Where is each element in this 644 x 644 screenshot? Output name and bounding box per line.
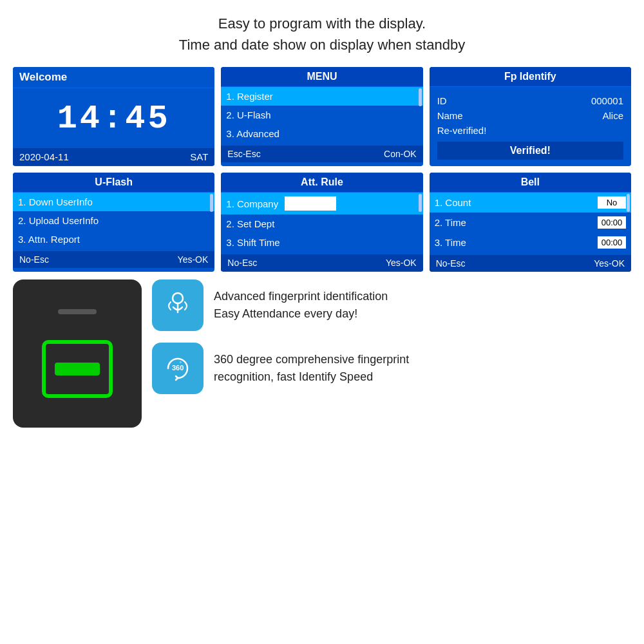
device-top-bar: [58, 309, 97, 314]
menu-title: MENU: [221, 67, 422, 87]
bell-footer: No-Esc Yes-OK: [430, 255, 631, 272]
fp-name-label: Name: [437, 110, 463, 121]
menu-item-3[interactable]: 3. Advanced: [221, 124, 422, 143]
svg-point-0: [173, 293, 183, 303]
feature-row-2: 360 ° 360 degree comprehensive fingerpri…: [152, 343, 631, 394]
fp-body: ID 000001 Name Alice Re-verified! Verifi…: [430, 87, 631, 166]
device-fp-inner: [55, 363, 100, 375]
uflash-esc[interactable]: No-Esc: [19, 254, 49, 265]
page-wrapper: Easy to program with the display. Time a…: [0, 0, 644, 644]
time-display: 14:45: [19, 93, 208, 143]
device-fp-ring: [42, 340, 113, 398]
360-rotate-icon: 360 °: [162, 352, 194, 384]
header-line2: Time and date show on display when stand…: [13, 34, 631, 55]
bell-item-3[interactable]: 3. Time 00:00: [430, 232, 631, 252]
feature-1-line2: Easy Attendance every day!: [214, 305, 388, 323]
att-item-2[interactable]: 2. Set Dept: [221, 214, 422, 233]
feature-2-line1: 360 degree comprehensive fingerprint: [214, 351, 409, 368]
att-ok[interactable]: Yes-OK: [386, 258, 417, 268]
menu-item-2[interactable]: 2. U-Flash: [221, 106, 422, 124]
svg-text:360: 360: [172, 364, 184, 372]
welcome-screen: Welcome 14:45 2020-04-11 SAT: [13, 67, 214, 166]
bell-item-3-label: 3. Time: [435, 237, 466, 248]
att-title: Att. Rule: [221, 173, 422, 193]
bell-item-1-label: 1. Count: [435, 197, 471, 208]
feature-text-2: 360 degree comprehensive fingerprint rec…: [214, 351, 409, 386]
menu-item-1[interactable]: 1. Register: [221, 87, 422, 106]
day-value: SAT: [190, 151, 208, 162]
att-body: 1. Company 2. Set Dept 3. Shift Time No-…: [221, 193, 422, 271]
uflash-item-3[interactable]: 3. Attn. Report: [13, 230, 214, 249]
uflash-item-1[interactable]: 1. Down UserInfo: [13, 193, 214, 211]
date-value: 2020-04-11: [19, 151, 69, 162]
bell-item-2[interactable]: 2. Time 00:00: [430, 213, 631, 232]
menu-body: 1. Register 2. U-Flash 3. Advanced Esc-E…: [221, 87, 422, 162]
att-item-1-label: 1. Company: [226, 198, 278, 209]
feature-2-line2: recognition, fast Identify Speed: [214, 368, 409, 386]
fp-re-verified: Re-verified!: [437, 123, 623, 138]
bell-body: 1. Count No 2. Time 00:00 3. Time 00:00 …: [430, 193, 631, 272]
uflash-ok[interactable]: Yes-OK: [178, 254, 209, 265]
uflash-item-2[interactable]: 2. Upload UserInfo: [13, 211, 214, 230]
feature-row-1: Advanced fingerprint identification Easy…: [152, 279, 631, 331]
menu-screen: MENU 1. Register 2. U-Flash 3. Advanced …: [221, 67, 422, 166]
att-screen: Att. Rule 1. Company 2. Set Dept 3. Shif…: [221, 173, 422, 272]
header-text: Easy to program with the display. Time a…: [13, 13, 631, 55]
uflash-title: U-Flash: [13, 173, 214, 193]
header-line1: Easy to program with the display.: [13, 13, 631, 34]
att-item-3[interactable]: 3. Shift Time: [221, 233, 422, 252]
fp-id-row: ID 000001: [437, 93, 623, 108]
menu-esc[interactable]: Esc-Esc: [227, 149, 260, 159]
menu-ok[interactable]: Con-OK: [384, 149, 417, 159]
fp-id-value: 000001: [591, 95, 623, 106]
menu-footer: Esc-Esc Con-OK: [221, 146, 422, 162]
bell-time-1-value[interactable]: 00:00: [598, 216, 626, 229]
bell-screen: Bell 1. Count No 2. Time 00:00 3. Time 0…: [430, 173, 631, 272]
bell-time-2-value[interactable]: 00:00: [598, 236, 626, 249]
feature-1-line1: Advanced fingerprint identification: [214, 288, 388, 305]
screens-grid: Welcome 14:45 2020-04-11 SAT MENU 1. Reg…: [13, 67, 631, 272]
finger-touch-icon-box: [152, 279, 204, 331]
att-company-input[interactable]: [285, 196, 336, 211]
att-item-1[interactable]: 1. Company: [221, 193, 422, 214]
svg-text:°: °: [180, 361, 182, 366]
uflash-screen: U-Flash 1. Down UserInfo 2. Upload UserI…: [13, 173, 214, 272]
finger-touch-icon: [162, 289, 194, 321]
bottom-section: Advanced fingerprint identification Easy…: [13, 279, 631, 428]
att-scrollbar: [419, 194, 422, 212]
uflash-scrollbar: [210, 194, 213, 212]
menu-scrollbar: [419, 88, 422, 106]
uflash-body: 1. Down UserInfo 2. Upload UserInfo 3. A…: [13, 193, 214, 268]
fp-id-label: ID: [437, 95, 447, 106]
welcome-title: Welcome: [13, 67, 214, 88]
fp-name-row: Name Alice: [437, 108, 623, 123]
feature-text-1: Advanced fingerprint identification Easy…: [214, 288, 388, 323]
360-icon-box: 360 °: [152, 343, 204, 394]
bell-item-2-label: 2. Time: [435, 217, 466, 228]
att-esc[interactable]: No-Esc: [227, 258, 257, 268]
bell-title: Bell: [430, 173, 631, 193]
att-footer: No-Esc Yes-OK: [221, 254, 422, 271]
bell-count-value[interactable]: No: [598, 196, 626, 209]
bell-esc[interactable]: No-Esc: [436, 258, 466, 269]
fp-screen: Fp Identify ID 000001 Name Alice Re-veri…: [430, 67, 631, 166]
features-list: Advanced fingerprint identification Easy…: [152, 279, 631, 394]
bell-item-1[interactable]: 1. Count No: [430, 193, 631, 213]
date-bar: 2020-04-11 SAT: [13, 148, 214, 166]
fp-name-value: Alice: [602, 110, 623, 121]
fp-verified: Verified!: [437, 142, 623, 160]
fp-title: Fp Identify: [430, 67, 631, 87]
uflash-footer: No-Esc Yes-OK: [13, 251, 214, 268]
bell-ok[interactable]: Yes-OK: [594, 258, 625, 269]
device-image: [13, 279, 142, 428]
bell-scrollbar: [627, 194, 630, 212]
welcome-body: 14:45: [13, 88, 214, 148]
